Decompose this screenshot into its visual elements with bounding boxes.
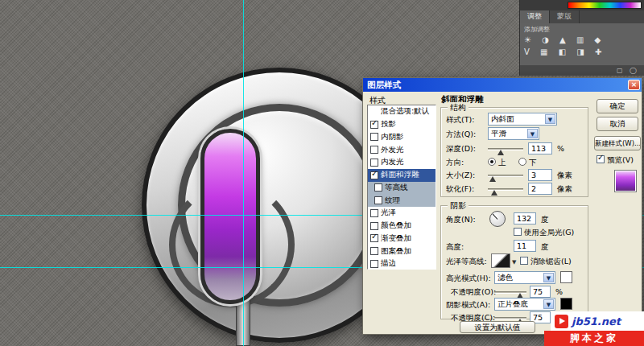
style-row-inner-shadow[interactable]: 内阴影 <box>368 131 436 144</box>
checkbox-icon[interactable] <box>520 257 528 265</box>
global-light-label: 使用全局光(G) <box>524 228 574 237</box>
panel-bottom-icons[interactable]: ▢ ◯ <box>520 65 644 76</box>
shadow-mode-value: 正片叠底 <box>497 299 528 308</box>
chevron-down-icon[interactable]: ▼ <box>543 273 554 282</box>
jb51-logo-icon <box>555 315 568 328</box>
bevel-style-select[interactable]: 内斜面 ▼ <box>488 113 557 126</box>
slider-thumb-icon[interactable] <box>491 190 497 196</box>
structure-group-label: 结构 <box>448 102 469 113</box>
highlight-color-swatch[interactable] <box>560 271 572 283</box>
style-row-stroke[interactable]: 描边 <box>368 257 436 270</box>
slider-thumb-icon[interactable] <box>489 176 496 182</box>
soften-label: 软化(F): <box>446 184 474 195</box>
size-label: 大小(Z): <box>446 171 475 181</box>
checkbox-icon[interactable] <box>597 155 605 163</box>
highlight-mode-select[interactable]: 滤色 ▼ <box>494 271 555 284</box>
technique-label: 方法(Q): <box>446 130 476 140</box>
set-default-button[interactable]: 设置为默认值 <box>460 321 535 333</box>
radio-icon[interactable] <box>488 158 496 166</box>
chevron-down-icon[interactable]: ▼ <box>512 259 516 266</box>
style-row-drop-shadow[interactable]: 投影 <box>368 118 436 131</box>
style-row-label: 内阴影 <box>381 132 404 142</box>
style-row-label: 描边 <box>381 258 396 269</box>
checkbox-icon[interactable] <box>370 222 378 230</box>
highlight-opacity-slider[interactable] <box>494 291 526 294</box>
guide-vertical <box>243 0 244 346</box>
slider-thumb-icon[interactable] <box>497 150 504 155</box>
new-style-button[interactable]: 新建样式(W)... <box>594 136 641 150</box>
shadow-mode-select[interactable]: 正片叠底 ▼ <box>494 298 555 311</box>
soften-input[interactable]: 2 <box>528 183 552 195</box>
checkbox-icon[interactable] <box>370 171 378 179</box>
angle-dial[interactable] <box>489 211 506 227</box>
adjustment-icons-row2[interactable]: V ▦ ◧ ◨ ✚ <box>520 46 644 58</box>
dialog-titlebar[interactable]: 图层样式 × <box>363 78 642 92</box>
highlight-opacity-input[interactable]: 75 <box>530 286 551 298</box>
angle-input[interactable]: 132 <box>514 212 536 224</box>
tab-masks[interactable]: 蒙版 <box>550 10 580 23</box>
style-label: 样式(T): <box>446 115 474 126</box>
shading-group-label: 阴影 <box>448 200 469 212</box>
depth-slider[interactable] <box>488 148 523 150</box>
altitude-label: 高度: <box>446 242 464 253</box>
soften-slider[interactable] <box>488 188 523 191</box>
ok-button[interactable]: 确定 <box>597 99 638 113</box>
chevron-down-icon[interactable]: ▼ <box>527 129 538 138</box>
style-row-pattern-overlay[interactable]: 图案叠加 <box>368 245 436 257</box>
close-icon[interactable]: × <box>628 80 640 90</box>
mic-capsule-purple <box>200 129 260 304</box>
checkbox-icon[interactable] <box>514 228 522 236</box>
adjustment-icons-row1[interactable]: ☀ ◑ ▲ ▥ ◆ <box>520 34 644 46</box>
watermark: jb51.net 脚本之家 <box>544 311 644 346</box>
structure-group: 结构 样式(T): 内斜面 ▼ 方法(Q): 平滑 ▼ 深度(D): 113 %… <box>440 107 588 197</box>
tab-adjustments[interactable]: 调整 <box>520 10 550 23</box>
style-row-label: 混合选项:默认 <box>381 106 429 117</box>
watermark-name-text: 脚本之家 <box>544 331 644 346</box>
checkbox-icon[interactable] <box>374 183 382 192</box>
style-row-color-overlay[interactable]: 颜色叠加 <box>368 220 436 233</box>
direction-up-label: 上 <box>498 158 506 167</box>
checkbox-icon[interactable] <box>374 196 382 204</box>
checkbox-icon[interactable] <box>370 146 378 154</box>
style-row-outer-glow[interactable]: 外发光 <box>368 143 436 156</box>
radio-icon[interactable] <box>518 158 526 166</box>
size-slider[interactable] <box>488 175 523 177</box>
preview-checkbox[interactable]: 预览(V) <box>597 155 634 166</box>
style-row-label: 光泽 <box>381 208 396 218</box>
gradient-preset-icon[interactable] <box>568 2 642 9</box>
chevron-down-icon[interactable]: ▼ <box>543 299 554 309</box>
checkbox-icon[interactable] <box>370 234 378 242</box>
gloss-contour-thumbnail[interactable] <box>491 253 510 268</box>
antialias-checkbox[interactable]: 消除锯齿(L) <box>520 257 572 267</box>
style-row-gradient-overlay[interactable]: 渐变叠加 <box>368 233 436 245</box>
altitude-input[interactable]: 11 <box>514 240 536 252</box>
checkbox-icon[interactable] <box>370 121 378 129</box>
checkbox-icon[interactable] <box>370 133 378 141</box>
style-row-texture[interactable]: 纹理 <box>368 194 436 207</box>
technique-select[interactable]: 平滑 ▼ <box>488 127 539 140</box>
style-row-satin[interactable]: 光泽 <box>368 207 436 220</box>
checkbox-icon[interactable] <box>370 260 378 268</box>
checkbox-icon[interactable] <box>370 247 378 255</box>
style-row-blending-options[interactable]: 混合选项:默认 <box>368 105 436 118</box>
altitude-unit: 度 <box>541 242 549 253</box>
global-light-checkbox[interactable]: 使用全局光(G) <box>514 228 574 238</box>
size-input[interactable]: 3 <box>528 169 552 181</box>
style-row-inner-glow[interactable]: 内发光 <box>368 156 436 169</box>
depth-input[interactable]: 113 <box>528 142 552 154</box>
direction-down-radio[interactable]: 下 <box>518 158 537 168</box>
cancel-button[interactable]: 取消 <box>597 117 638 131</box>
style-row-label: 投影 <box>381 119 396 130</box>
direction-up-radio[interactable]: 上 <box>488 158 506 168</box>
checkbox-icon[interactable] <box>370 209 378 217</box>
angle-needle-icon <box>493 213 498 219</box>
style-row-label: 颜色叠加 <box>381 220 411 231</box>
shadow-color-swatch[interactable] <box>560 298 572 310</box>
checkbox-icon[interactable] <box>370 159 378 167</box>
antialias-label: 消除锯齿(L) <box>530 257 572 266</box>
shadow-opacity-slider[interactable] <box>494 317 526 319</box>
style-row-label: 图案叠加 <box>381 246 411 257</box>
style-row-bevel-emboss[interactable]: 斜面和浮雕 <box>368 169 436 182</box>
chevron-down-icon[interactable]: ▼ <box>545 114 555 124</box>
style-row-contour[interactable]: 等高线 <box>368 182 436 195</box>
